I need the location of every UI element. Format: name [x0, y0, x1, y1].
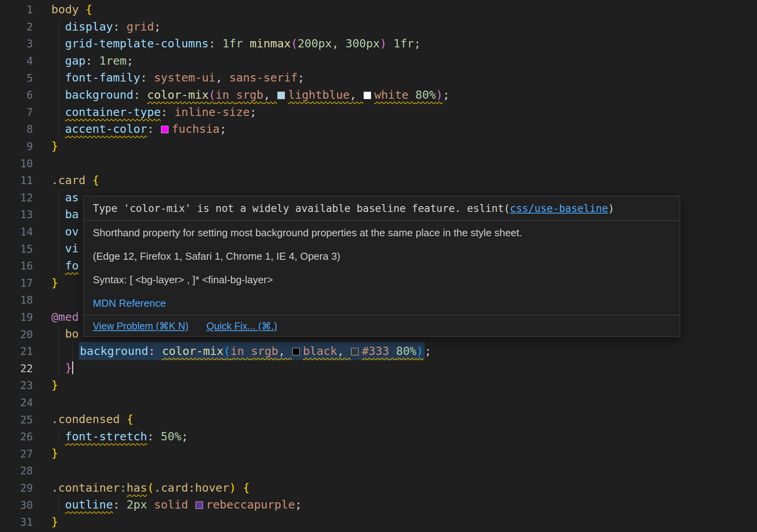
code-line[interactable]: 24	[0, 394, 757, 411]
line-number[interactable]: 13	[0, 208, 33, 221]
code-line[interactable]: 31}	[0, 514, 757, 531]
code-token: :hover	[188, 481, 229, 494]
hover-docs: Shorthand property for setting most back…	[83, 221, 680, 315]
docs-paragraph: Shorthand property for setting most back…	[93, 226, 670, 240]
hover-action-link[interactable]: View Problem (⌘K N)	[93, 319, 188, 333]
code-token: black	[303, 344, 337, 358]
line-number[interactable]: 2	[0, 21, 33, 33]
code-line[interactable]: 23}	[0, 377, 757, 394]
line-number[interactable]: 8	[0, 123, 33, 135]
line-number[interactable]: 16	[0, 260, 33, 272]
code-line[interactable]: 10	[0, 155, 757, 172]
code-token: ;	[181, 430, 188, 443]
line-number[interactable]: 19	[0, 311, 33, 323]
code-token: lightblue	[288, 88, 350, 101]
code-token: color-mix	[147, 88, 208, 101]
line-number[interactable]: 11	[0, 174, 33, 186]
code-token: 1fr	[223, 37, 243, 50]
line-number[interactable]: 18	[0, 294, 33, 306]
line-number[interactable]: 17	[0, 277, 33, 289]
line-number[interactable]: 5	[0, 72, 33, 84]
indent-guide	[59, 121, 59, 138]
line-number[interactable]: 1	[0, 4, 33, 16]
line-number[interactable]: 9	[0, 140, 33, 152]
line-number[interactable]: 21	[0, 345, 33, 357]
code-token: as	[65, 191, 79, 204]
line-number[interactable]: 23	[0, 379, 33, 391]
code-text: font-stretch: 50%;	[51, 428, 188, 445]
line-number[interactable]: 10	[0, 157, 33, 170]
code-line[interactable]: 25.condensed {	[0, 411, 757, 428]
warning-squiggle-token: has	[127, 481, 147, 494]
code-token: ;	[154, 20, 161, 33]
code-line[interactable]: 30 outline: 2px solid rebeccapurple;	[0, 496, 757, 514]
code-token: .container	[51, 481, 120, 494]
color-swatch[interactable]	[351, 348, 359, 355]
code-line[interactable]: 9}	[0, 138, 757, 155]
mdn-reference-link[interactable]: MDN Reference	[93, 296, 166, 310]
code-token	[244, 344, 251, 358]
code-line[interactable]: 28	[0, 462, 757, 480]
code-line[interactable]: 29.container:has(.card:hover) {	[0, 480, 757, 497]
code-token: grid	[127, 20, 154, 33]
code-line[interactable]: 22 }	[0, 360, 757, 377]
color-swatch[interactable]	[196, 501, 203, 509]
line-number[interactable]: 15	[0, 243, 33, 255]
code-token: :	[209, 37, 223, 50]
code-token	[79, 3, 85, 16]
line-number[interactable]: 28	[0, 465, 33, 477]
code-token: {	[85, 3, 92, 16]
code-token: (	[209, 88, 216, 101]
code-token	[277, 88, 288, 101]
code-token: :	[134, 88, 147, 101]
highlighted-range: background: color-mix(in srgb, black, #3…	[79, 342, 425, 360]
code-token: 50%	[161, 430, 181, 443]
eslint-rule-link[interactable]: css/use-baseline	[510, 203, 608, 214]
code-token	[51, 225, 65, 238]
code-text: }	[51, 360, 73, 377]
line-number[interactable]: 14	[0, 226, 33, 238]
line-number[interactable]: 31	[0, 516, 33, 528]
line-number[interactable]: 30	[0, 499, 33, 511]
hover-action-link[interactable]: Quick Fix... (⌘.)	[206, 319, 277, 333]
code-token: :	[147, 430, 161, 443]
code-line[interactable]: 26 font-stretch: 50%;	[0, 428, 757, 445]
code-line[interactable]: 7 container-type: inline-size;	[0, 104, 757, 121]
code-line[interactable]: 4 gap: 1rem;	[0, 52, 757, 70]
code-line[interactable]: 6 background: color-mix(in srgb, lightbl…	[0, 87, 757, 104]
line-number[interactable]: 7	[0, 106, 33, 118]
code-line[interactable]: 27}	[0, 445, 757, 462]
code-token	[243, 37, 250, 50]
line-number[interactable]: 22	[0, 362, 33, 375]
line-number[interactable]: 4	[0, 55, 33, 67]
line-number[interactable]: 26	[0, 431, 33, 443]
line-number[interactable]: 29	[0, 482, 33, 494]
code-line[interactable]: 21 background: color-mix(in srgb, black,…	[0, 343, 757, 360]
line-number[interactable]: 12	[0, 192, 33, 204]
code-text: vi	[51, 240, 79, 257]
color-swatch[interactable]	[364, 92, 371, 99]
code-text: ba	[51, 206, 79, 223]
code-line[interactable]: 1body {	[0, 1, 757, 18]
line-number[interactable]: 25	[0, 414, 33, 426]
indent-guide	[59, 428, 59, 445]
code-line[interactable]: 5 font-family: system-ui, sans-serif;	[0, 69, 757, 87]
line-number[interactable]: 20	[0, 328, 33, 340]
code-token: 80%	[396, 344, 417, 358]
line-number[interactable]: 27	[0, 448, 33, 460]
code-token: white	[374, 88, 408, 101]
line-number[interactable]: 3	[0, 38, 33, 50]
code-line[interactable]: 11.card {	[0, 172, 757, 189]
color-swatch[interactable]	[292, 348, 300, 355]
code-token: fuchsia	[172, 122, 219, 136]
indent-guide	[59, 257, 59, 275]
code-line[interactable]: 3 grid-template-columns: 1fr minmax(200p…	[0, 35, 757, 52]
line-number[interactable]: 6	[0, 89, 33, 101]
color-swatch[interactable]	[277, 92, 285, 99]
code-token: display	[65, 20, 113, 33]
code-line[interactable]: 8 accent-color: fuchsia;	[0, 121, 757, 138]
code-token: minmax	[250, 37, 291, 50]
line-number[interactable]: 24	[0, 396, 33, 409]
color-swatch[interactable]	[161, 126, 168, 133]
code-line[interactable]: 2 display: grid;	[0, 18, 757, 36]
